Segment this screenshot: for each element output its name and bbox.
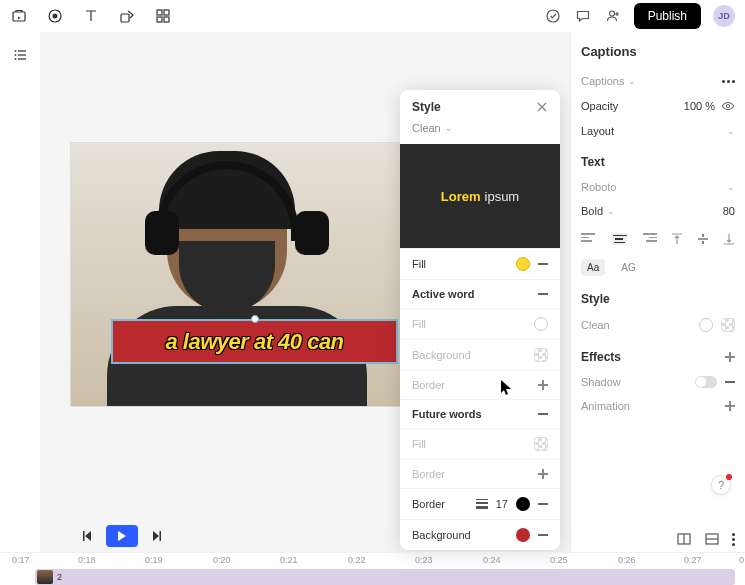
prev-button[interactable] bbox=[80, 529, 94, 543]
border-label: Border bbox=[412, 498, 445, 510]
timeline-ruler[interactable]: 0:170:180:190:200:210:220:230:240:250:26… bbox=[0, 553, 745, 567]
add-effect-icon[interactable] bbox=[725, 352, 735, 362]
aw-background-swatch[interactable] bbox=[534, 348, 548, 362]
remove-icon[interactable] bbox=[725, 381, 735, 383]
text-icon[interactable] bbox=[82, 7, 100, 25]
border-width-value[interactable]: 17 bbox=[496, 498, 508, 510]
svg-point-12 bbox=[15, 58, 17, 60]
future-words-section: Future words bbox=[412, 408, 482, 420]
align-center-icon[interactable] bbox=[611, 233, 627, 245]
valign-bottom-icon[interactable] bbox=[723, 233, 735, 245]
timeline-tick: 0:26 bbox=[618, 555, 636, 565]
font-dropdown[interactable]: Roboto bbox=[581, 181, 616, 193]
chevron-down-icon[interactable]: ⌄ bbox=[628, 76, 636, 86]
opacity-label: Opacity bbox=[581, 100, 618, 112]
add-animation-icon[interactable] bbox=[725, 401, 735, 411]
style-preset-dropdown[interactable]: Clean bbox=[412, 122, 441, 134]
fw-fill-label: Fill bbox=[412, 438, 426, 450]
preview-word: ipsum bbox=[485, 189, 520, 204]
fw-fill-swatch[interactable] bbox=[534, 437, 548, 451]
weight-dropdown[interactable]: Bold bbox=[581, 205, 603, 217]
comment-icon[interactable] bbox=[574, 7, 592, 25]
collapse-icon[interactable] bbox=[538, 413, 548, 415]
aw-background-label: Background bbox=[412, 349, 471, 361]
shadow-label: Shadow bbox=[581, 376, 621, 388]
library-icon[interactable] bbox=[10, 7, 28, 25]
layout-b-icon[interactable] bbox=[704, 531, 720, 547]
align-right-icon[interactable] bbox=[641, 233, 657, 245]
svg-point-9 bbox=[609, 11, 614, 16]
svg-point-2 bbox=[53, 14, 58, 19]
svg-rect-6 bbox=[157, 17, 162, 22]
valign-middle-icon[interactable] bbox=[697, 233, 709, 245]
panel-title: Captions bbox=[581, 44, 735, 59]
timeline-tick: 0:18 bbox=[78, 555, 96, 565]
caption-text: a lawyer at 40 can bbox=[165, 329, 343, 355]
style-popover: Style Clean ⌄ Lorem ipsum Fill Active wo… bbox=[400, 90, 560, 550]
chevron-down-icon[interactable]: ⌄ bbox=[607, 206, 615, 216]
align-left-icon[interactable] bbox=[581, 233, 597, 245]
fw-border-label: Border bbox=[412, 468, 445, 480]
eye-icon[interactable] bbox=[721, 99, 735, 113]
more-icon[interactable] bbox=[732, 533, 735, 546]
opacity-value[interactable]: 100 % bbox=[684, 100, 715, 112]
style-preview: Lorem ipsum bbox=[400, 144, 560, 248]
font-size-value[interactable]: 80 bbox=[723, 205, 735, 217]
timeline[interactable]: 0:170:180:190:200:210:220:230:240:250:26… bbox=[0, 552, 745, 585]
remove-icon[interactable] bbox=[538, 263, 548, 265]
remove-icon[interactable] bbox=[538, 503, 548, 505]
check-circle-icon[interactable] bbox=[544, 7, 562, 25]
caption-box[interactable]: a lawyer at 40 can bbox=[111, 319, 398, 364]
avatar[interactable]: JD bbox=[713, 5, 735, 27]
collapse-icon[interactable] bbox=[538, 293, 548, 295]
preview-word-active: Lorem bbox=[441, 189, 481, 204]
next-button[interactable] bbox=[150, 529, 164, 543]
resize-handle-icon[interactable] bbox=[251, 315, 259, 323]
clip-thumbnail bbox=[37, 570, 53, 584]
case-mixed-button[interactable]: Aa bbox=[581, 259, 605, 276]
border-swatch[interactable] bbox=[516, 497, 530, 511]
aw-fill-swatch[interactable] bbox=[534, 317, 548, 331]
timeline-tick: 0:19 bbox=[145, 555, 163, 565]
grid-icon[interactable] bbox=[154, 7, 172, 25]
svg-point-8 bbox=[547, 10, 559, 22]
outline-icon[interactable] bbox=[12, 46, 30, 64]
timeline-tick: 0:25 bbox=[550, 555, 568, 565]
style-swatch-icon[interactable] bbox=[699, 318, 713, 332]
aw-fill-label: Fill bbox=[412, 318, 426, 330]
active-word-section: Active word bbox=[412, 288, 474, 300]
chevron-down-icon[interactable]: ⌄ bbox=[445, 123, 453, 133]
add-icon[interactable] bbox=[538, 380, 548, 390]
shadow-toggle[interactable] bbox=[695, 376, 717, 388]
timeline-tick: 0:21 bbox=[280, 555, 298, 565]
more-icon[interactable] bbox=[722, 80, 735, 83]
style-value[interactable]: Clean bbox=[581, 319, 610, 331]
valign-top-icon[interactable] bbox=[671, 233, 683, 245]
chevron-down-icon[interactable]: ⌄ bbox=[727, 126, 735, 136]
record-icon[interactable] bbox=[46, 7, 64, 25]
style-checker-icon[interactable] bbox=[721, 318, 735, 332]
svg-rect-0 bbox=[13, 12, 25, 21]
captions-dropdown[interactable]: Captions bbox=[581, 75, 624, 87]
publish-button[interactable]: Publish bbox=[634, 3, 701, 29]
add-user-icon[interactable] bbox=[604, 7, 622, 25]
timeline-tick: 0:23 bbox=[415, 555, 433, 565]
add-icon[interactable] bbox=[538, 469, 548, 479]
timeline-tick: 0 bbox=[739, 555, 744, 565]
help-button[interactable]: ? bbox=[711, 475, 731, 495]
captions-panel: Captions Captions ⌄ Opacity 100 % Layout… bbox=[570, 32, 745, 552]
style-section: Style bbox=[581, 292, 610, 306]
border-width-icon[interactable] bbox=[476, 499, 488, 510]
case-upper-button[interactable]: AG bbox=[615, 259, 641, 276]
fill-label: Fill bbox=[412, 258, 426, 270]
timeline-tick: 0:20 bbox=[213, 555, 231, 565]
shapes-icon[interactable] bbox=[118, 7, 136, 25]
svg-point-10 bbox=[15, 50, 17, 52]
layout-a-icon[interactable] bbox=[676, 531, 692, 547]
fill-swatch[interactable] bbox=[516, 257, 530, 271]
play-button[interactable] bbox=[106, 525, 138, 547]
timeline-clip[interactable]: 2 bbox=[35, 569, 735, 585]
video-frame[interactable]: a lawyer at 40 can bbox=[70, 142, 403, 407]
chevron-down-icon[interactable]: ⌄ bbox=[727, 182, 735, 192]
close-icon[interactable] bbox=[536, 101, 548, 113]
